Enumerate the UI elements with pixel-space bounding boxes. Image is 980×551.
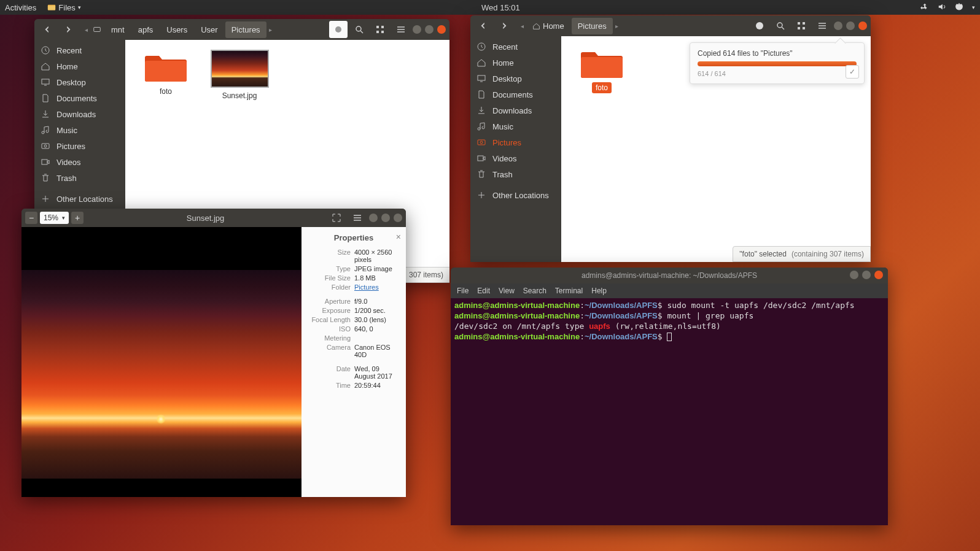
sidebar-item-desktop[interactable]: Desktop bbox=[34, 74, 125, 90]
close-button[interactable] bbox=[874, 271, 883, 279]
chevron-down-icon[interactable]: ▾ bbox=[972, 4, 975, 10]
network-icon[interactable] bbox=[920, 2, 929, 13]
clock[interactable]: Wed 15:01 bbox=[81, 3, 920, 12]
breadcrumb-home[interactable]: Home bbox=[526, 18, 570, 34]
activities-button[interactable]: Activities bbox=[5, 3, 36, 12]
property-label: Time bbox=[309, 382, 354, 389]
property-row: File Size1.8 MB bbox=[309, 274, 399, 282]
chevron-left-icon[interactable]: ◂ bbox=[519, 23, 525, 29]
volume-icon[interactable] bbox=[938, 2, 946, 13]
menu-terminal[interactable]: Terminal bbox=[555, 287, 583, 295]
svg-rect-10 bbox=[42, 144, 49, 148]
sidebar-item-downloads[interactable]: Downloads bbox=[470, 102, 561, 118]
back-button[interactable] bbox=[474, 17, 492, 34]
close-button[interactable] bbox=[437, 25, 446, 34]
svg-point-11 bbox=[44, 145, 47, 147]
property-value[interactable]: Pictures bbox=[354, 283, 399, 291]
record-indicator[interactable] bbox=[329, 21, 348, 38]
terminal-body[interactable]: admins@admins-virtual-machine:~/Download… bbox=[451, 298, 888, 525]
sidebar-item-recent[interactable]: Recent bbox=[34, 42, 125, 58]
breadcrumb[interactable]: Pictures bbox=[572, 18, 613, 34]
minimize-button[interactable] bbox=[850, 271, 858, 279]
property-value: Wed, 09 August 2017 bbox=[354, 365, 399, 380]
view-grid-button[interactable] bbox=[371, 21, 389, 38]
menu-edit[interactable]: Edit bbox=[477, 287, 490, 295]
zoom-out-button[interactable]: − bbox=[25, 212, 37, 224]
chevron-left-icon[interactable]: ◂ bbox=[84, 26, 89, 33]
image-item[interactable]: Sunset.jpg bbox=[209, 50, 270, 101]
maximize-button[interactable] bbox=[862, 271, 871, 279]
search-button[interactable] bbox=[350, 21, 368, 38]
image-canvas[interactable] bbox=[21, 227, 301, 497]
property-label: Date bbox=[309, 365, 354, 380]
search-button[interactable] bbox=[771, 17, 790, 34]
minimize-button[interactable] bbox=[413, 25, 421, 34]
fullscreen-button[interactable] bbox=[327, 209, 346, 226]
sidebar-icon bbox=[476, 42, 486, 52]
sidebar-item-downloads[interactable]: Downloads bbox=[34, 106, 125, 122]
close-button[interactable] bbox=[858, 21, 867, 30]
back-button[interactable] bbox=[38, 21, 56, 38]
property-value: 1.8 MB bbox=[354, 274, 399, 282]
forward-button[interactable] bbox=[495, 17, 513, 34]
sidebar-icon bbox=[476, 90, 486, 99]
hamburger-menu[interactable] bbox=[813, 17, 831, 34]
toast-confirm-button[interactable]: ✓ bbox=[846, 65, 859, 79]
music-icon bbox=[41, 125, 50, 135]
sidebar-item-desktop[interactable]: Desktop bbox=[470, 71, 561, 87]
file-label: foto bbox=[592, 82, 612, 93]
breadcrumb[interactable]: User bbox=[195, 21, 224, 38]
breadcrumb[interactable]: apfs bbox=[132, 21, 160, 38]
sidebar-item-documents[interactable]: Documents bbox=[34, 90, 125, 106]
minimize-button[interactable] bbox=[369, 214, 378, 222]
zoom-select[interactable]: 15%▾ bbox=[40, 212, 69, 224]
drive-icon[interactable] bbox=[90, 21, 104, 38]
breadcrumb[interactable]: Users bbox=[160, 21, 193, 38]
menu-help[interactable]: Help bbox=[591, 287, 607, 295]
sidebar-item-trash[interactable]: Trash bbox=[470, 166, 561, 182]
sidebar-item-music[interactable]: Music bbox=[34, 122, 125, 138]
property-row: Focal Length30.0 (lens) bbox=[309, 316, 399, 323]
hamburger-menu[interactable] bbox=[392, 21, 410, 38]
app-menu[interactable]: Files ▾ bbox=[47, 3, 80, 12]
close-button[interactable] bbox=[394, 214, 402, 222]
folder-item[interactable]: foto bbox=[571, 46, 632, 93]
sidebar-item-pictures[interactable]: Pictures bbox=[34, 138, 125, 154]
sidebar-item-videos[interactable]: Videos bbox=[34, 154, 125, 170]
sidebar-item-videos[interactable]: Videos bbox=[470, 150, 561, 166]
svg-rect-2 bbox=[94, 28, 101, 32]
sidebar-item-pictures[interactable]: Pictures bbox=[470, 134, 561, 150]
sidebar-item-home[interactable]: Home bbox=[470, 55, 561, 71]
menu-view[interactable]: View bbox=[499, 287, 515, 295]
hamburger-menu[interactable] bbox=[348, 209, 367, 226]
forward-button[interactable] bbox=[59, 21, 77, 38]
sidebar-item-other-locations[interactable]: Other Locations bbox=[470, 187, 561, 203]
view-grid-button[interactable] bbox=[792, 17, 811, 34]
close-panel-button[interactable]: × bbox=[396, 232, 401, 242]
minimize-button[interactable] bbox=[834, 21, 842, 30]
sidebar-item-home[interactable]: Home bbox=[34, 58, 125, 74]
sidebar-item-documents[interactable]: Documents bbox=[470, 87, 561, 102]
breadcrumb[interactable]: mnt bbox=[105, 21, 131, 38]
property-value: 1/200 sec. bbox=[354, 307, 399, 314]
progress-indicator[interactable] bbox=[750, 17, 769, 34]
folder-item[interactable]: foto bbox=[135, 50, 196, 97]
sidebar-item-other-locations[interactable]: Other Locations bbox=[34, 191, 125, 207]
chevron-right-icon[interactable]: ▸ bbox=[268, 26, 273, 33]
zoom-in-button[interactable]: + bbox=[71, 212, 84, 224]
menu-search[interactable]: Search bbox=[523, 287, 546, 295]
sidebar-item-trash[interactable]: Trash bbox=[34, 170, 125, 186]
chevron-right-icon[interactable]: ▸ bbox=[614, 23, 620, 29]
menu-file[interactable]: File bbox=[457, 287, 469, 295]
sidebar-item-recent[interactable]: Recent bbox=[470, 39, 561, 55]
file-view[interactable]: foto Copied 614 files to "Pictures" 614 … bbox=[561, 36, 871, 262]
svg-rect-6 bbox=[376, 31, 379, 33]
maximize-button[interactable] bbox=[425, 25, 434, 34]
sidebar-item-music[interactable]: Music bbox=[470, 118, 561, 134]
videos-icon bbox=[41, 157, 50, 167]
maximize-button[interactable] bbox=[381, 214, 390, 222]
svg-rect-19 bbox=[478, 75, 485, 80]
power-icon[interactable] bbox=[955, 2, 963, 13]
maximize-button[interactable] bbox=[846, 21, 855, 30]
breadcrumb[interactable]: Pictures bbox=[225, 21, 266, 38]
